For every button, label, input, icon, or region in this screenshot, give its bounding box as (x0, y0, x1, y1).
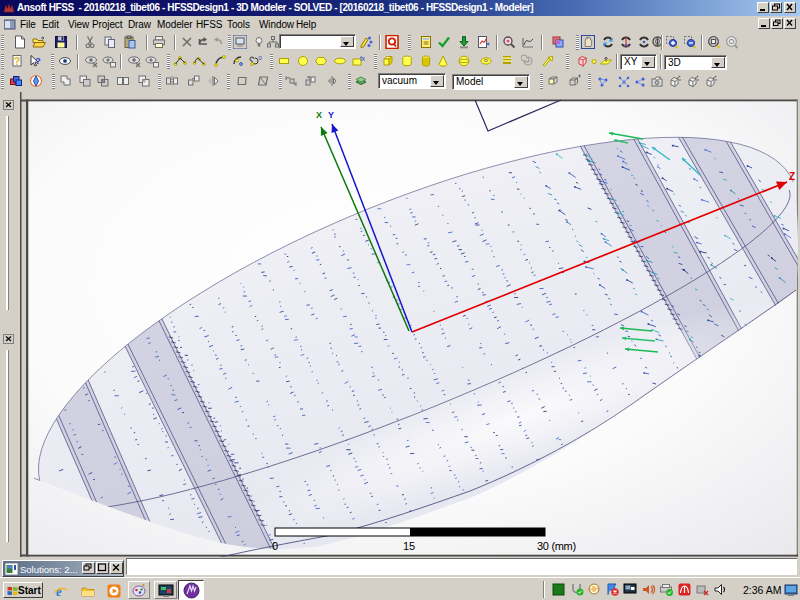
svg-text:?: ? (14, 56, 20, 67)
svg-text:15: 15 (403, 540, 415, 552)
svg-text:0: 0 (272, 540, 278, 552)
svg-text:fx: fx (360, 55, 365, 62)
svg-text:Z: Z (789, 171, 795, 182)
svg-text:Y: Y (328, 110, 334, 120)
svg-text:X: X (316, 110, 322, 120)
svg-text:0: 0 (259, 55, 263, 61)
svg-text:?: ? (35, 56, 41, 66)
svg-text:30 (mm): 30 (mm) (537, 540, 576, 552)
